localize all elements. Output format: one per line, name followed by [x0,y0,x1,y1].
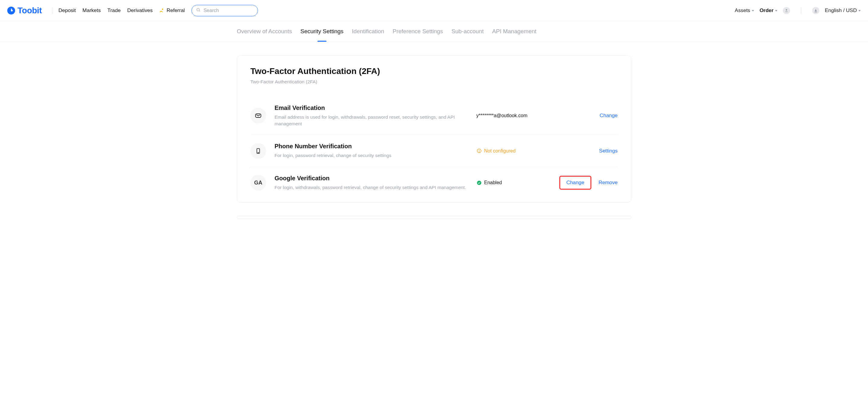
divider [53,7,53,14]
profile-icon[interactable] [783,7,790,14]
nav-deposit[interactable]: Deposit [58,7,76,13]
nav-referral-label: Referral [166,7,185,13]
phone-icon [250,143,266,159]
account-tabs: Overview of Accounts Security Settings I… [0,21,868,42]
lang-label: English / USD [825,7,857,13]
svg-point-6 [258,152,258,153]
google-auth-icon: GA [250,175,266,190]
divider [801,7,801,14]
email-title: Email Verification [275,104,468,112]
tab-security[interactable]: Security Settings [301,21,344,42]
page-body: Two-Factor Authentication (2FA) Two-Fact… [236,55,632,231]
email-value: y********a@outlook.com [476,113,527,118]
tab-api[interactable]: API Management [492,21,537,42]
google-title: Google Verification [275,175,468,182]
google-desc: For login, withdrawals, password retriev… [275,184,468,191]
check-icon [476,180,482,185]
warning-icon [476,148,482,154]
search-box[interactable] [191,5,258,16]
lang-dropdown[interactable]: English / USD [825,7,861,13]
nav-trade[interactable]: Trade [107,7,121,13]
tfa-card: Two-Factor Authentication (2FA) Two-Fact… [237,55,631,203]
order-dropdown[interactable]: Order [760,7,777,13]
svg-point-1 [196,8,199,11]
nav-referral[interactable]: Referral [159,7,185,13]
referral-icon [159,8,164,13]
tfa-row-email: Email Verification Email address is used… [250,97,618,135]
nav-links: Deposit Markets Trade Derivatives Referr… [58,7,185,13]
nav-derivatives[interactable]: Derivatives [127,7,153,13]
tab-overview[interactable]: Overview of Accounts [237,21,292,42]
google-remove-link[interactable]: Remove [598,180,618,186]
svg-point-3 [786,9,787,10]
tab-preference[interactable]: Preference Settings [393,21,443,42]
google-change-highlight: Change [559,176,591,190]
phone-settings-link[interactable]: Settings [599,148,618,154]
download-icon[interactable] [812,7,819,14]
tfa-subtitle: Two-Factor Authentication (2FA) [250,79,618,85]
search-icon [196,7,200,13]
svg-point-0 [162,8,163,10]
email-desc: Email address is used for login, withdra… [275,114,468,127]
caret-down-icon [752,10,754,11]
assets-dropdown[interactable]: Assets [735,7,754,13]
svg-point-9 [479,152,479,152]
email-icon [250,108,266,123]
tfa-row-phone: Phone Number Verification For login, pas… [250,135,618,167]
top-right: Assets Order English / USD [735,7,861,14]
tfa-title: Two-Factor Authentication (2FA) [250,66,618,76]
svg-line-2 [199,10,200,11]
phone-title: Phone Number Verification [275,143,468,150]
google-change-link[interactable]: Change [566,180,584,186]
order-label: Order [760,7,773,13]
brand-text: Toobit [18,6,42,16]
assets-label: Assets [735,7,750,13]
caret-down-icon [775,10,777,11]
tab-identification[interactable]: Identification [352,21,384,42]
next-card-peek [237,216,631,219]
caret-down-icon [858,10,861,11]
nav-markets[interactable]: Markets [83,7,100,13]
tab-subaccount[interactable]: Sub-account [452,21,484,42]
search-input[interactable] [204,8,264,13]
phone-status: Not configured [484,148,516,154]
top-nav: Toobit Deposit Markets Trade Derivatives… [0,0,868,21]
google-status: Enabled [484,180,502,185]
email-change-link[interactable]: Change [599,113,618,119]
tfa-row-google: GA Google Verification For login, withdr… [250,167,618,199]
phone-desc: For login, password retrieval, change of… [275,152,468,159]
logo-icon [7,7,15,14]
brand-logo[interactable]: Toobit [7,6,42,16]
